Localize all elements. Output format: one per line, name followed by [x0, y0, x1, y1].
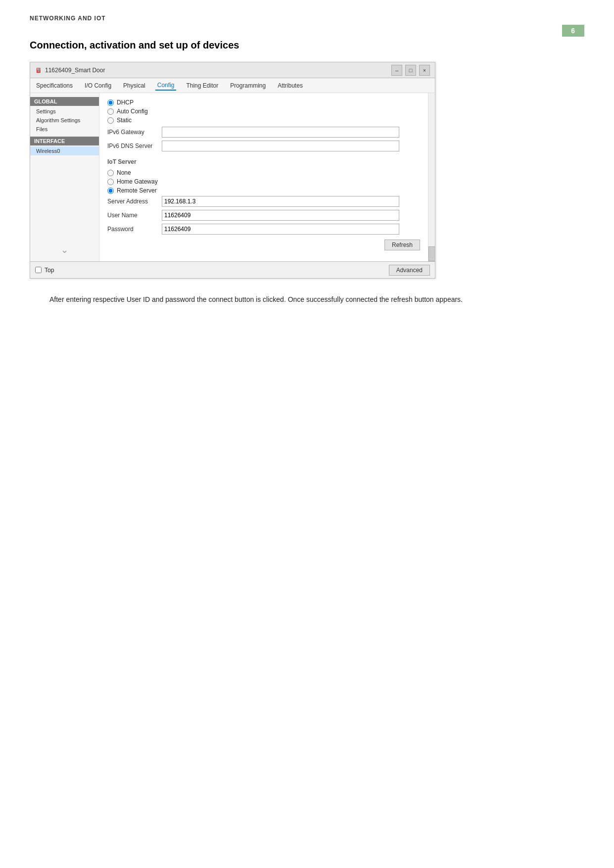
password-input[interactable] — [162, 224, 399, 235]
footer-left: Top — [35, 267, 54, 274]
static-radio[interactable] — [107, 117, 114, 124]
server-address-input[interactable] — [162, 196, 399, 207]
scrollbar-thumb[interactable] — [428, 246, 435, 261]
menu-bar: Specifications I/O Config Physical Confi… — [30, 78, 435, 93]
application-window: 🖥 11626409_Smart Door – □ × Specificatio… — [30, 62, 435, 279]
page-number: 6 — [562, 25, 584, 37]
home-gateway-option[interactable]: Home Gateway — [107, 178, 427, 185]
menu-programming[interactable]: Programming — [228, 81, 268, 90]
advanced-button[interactable]: Advanced — [389, 265, 430, 276]
remote-server-radio[interactable] — [107, 188, 114, 194]
ipv6-gateway-field: IPv6 Gateway — [107, 127, 427, 138]
top-label: Top — [45, 267, 54, 274]
refresh-button[interactable]: Refresh — [384, 240, 420, 250]
user-name-label: User Name — [107, 212, 162, 219]
menu-config[interactable]: Config — [155, 81, 177, 91]
sidebar-item-settings[interactable]: Settings — [30, 107, 99, 116]
auto-config-option[interactable]: Auto Config — [107, 108, 427, 115]
menu-specifications[interactable]: Specifications — [34, 81, 75, 90]
sidebar-scroll-down: ⌄ — [30, 242, 99, 257]
maximize-button[interactable]: □ — [405, 65, 416, 76]
ipv6-gateway-input[interactable] — [162, 127, 399, 138]
ip-config-group: DHCP Auto Config Static — [107, 99, 427, 124]
minimize-button[interactable]: – — [391, 65, 402, 76]
window-footer: Top Advanced — [30, 261, 435, 278]
top-checkbox[interactable] — [35, 267, 42, 273]
body-text: After entering respective User ID and pa… — [30, 293, 475, 306]
ipv6-dns-input[interactable] — [162, 141, 399, 151]
password-label: Password — [107, 226, 162, 233]
dhcp-label: DHCP — [117, 99, 134, 106]
user-name-input[interactable] — [162, 210, 399, 221]
none-radio[interactable] — [107, 170, 114, 176]
header-text: NETWORKING AND IOT — [30, 15, 106, 22]
window-body: GLOBAL Settings Algorithm Settings Files… — [30, 93, 435, 261]
window-controls: – □ × — [391, 65, 430, 76]
user-name-field: User Name — [107, 210, 427, 221]
scrollbar-track[interactable] — [428, 93, 435, 261]
static-label: Static — [117, 117, 132, 124]
window-title-area: 🖥 11626409_Smart Door — [35, 66, 105, 74]
sidebar-section-interface: INTERFACE — [30, 137, 99, 145]
dhcp-option[interactable]: DHCP — [107, 99, 427, 106]
close-button[interactable]: × — [419, 65, 430, 76]
sidebar-section-global: GLOBAL — [30, 97, 99, 106]
ipv6-dns-field: IPv6 DNS Server — [107, 141, 427, 151]
dhcp-radio[interactable] — [107, 99, 114, 106]
remote-server-label: Remote Server — [117, 187, 157, 194]
menu-physical[interactable]: Physical — [121, 81, 147, 90]
iot-server-label: IoT Server — [107, 158, 427, 165]
window-icon: 🖥 — [35, 66, 42, 74]
password-field: Password — [107, 224, 427, 235]
config-content: DHCP Auto Config Static IPv6 Gateway — [99, 93, 435, 261]
none-option[interactable]: None — [107, 169, 427, 176]
sidebar-item-wireless0[interactable]: Wireless0 — [30, 146, 99, 155]
home-gateway-label: Home Gateway — [117, 178, 158, 185]
server-address-field: Server Address — [107, 196, 427, 207]
ipv6-gateway-label: IPv6 Gateway — [107, 129, 162, 136]
menu-io-config[interactable]: I/O Config — [83, 81, 113, 90]
sidebar-item-files[interactable]: Files — [30, 125, 99, 134]
menu-thing-editor[interactable]: Thing Editor — [184, 81, 220, 90]
iot-server-section: IoT Server None Home Gateway Remote Serv… — [107, 158, 427, 194]
auto-config-radio[interactable] — [107, 108, 114, 115]
server-address-label: Server Address — [107, 198, 162, 205]
menu-attributes[interactable]: Attributes — [276, 81, 305, 90]
static-option[interactable]: Static — [107, 117, 427, 124]
section-title: Connection, activation and set up of dev… — [30, 40, 584, 51]
ipv6-dns-label: IPv6 DNS Server — [107, 143, 162, 149]
remote-server-option[interactable]: Remote Server — [107, 187, 427, 194]
refresh-btn-row: Refresh — [107, 240, 427, 250]
none-label: None — [117, 169, 131, 176]
sidebar-item-algorithm-settings[interactable]: Algorithm Settings — [30, 116, 99, 125]
window-titlebar: 🖥 11626409_Smart Door – □ × — [30, 62, 435, 78]
window-title-text: 11626409_Smart Door — [45, 67, 105, 74]
auto-config-label: Auto Config — [117, 108, 148, 115]
page-header: NETWORKING AND IOT 6 — [30, 15, 584, 22]
sidebar: GLOBAL Settings Algorithm Settings Files… — [30, 93, 99, 261]
home-gateway-radio[interactable] — [107, 179, 114, 185]
